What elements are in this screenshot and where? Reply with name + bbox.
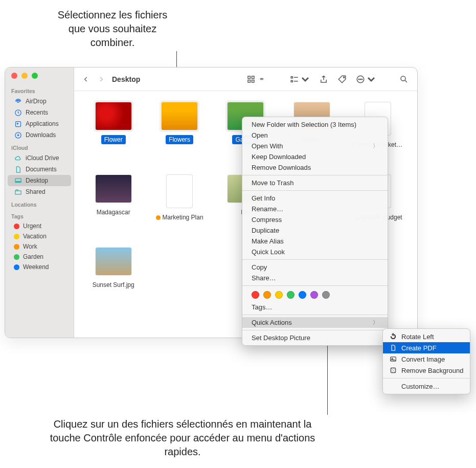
- label: Recents: [26, 109, 48, 116]
- ctx-tag-colors: [242, 288, 388, 302]
- ctx-duplicate[interactable]: Duplicate: [242, 225, 388, 236]
- file-thumbnail: [96, 102, 131, 130]
- file-item[interactable]: Sunset Surf.jpg: [81, 246, 145, 312]
- ctx-share[interactable]: Share…: [242, 273, 388, 283]
- ctx-new-folder[interactable]: New Folder with Selection (3 Items): [242, 119, 388, 130]
- section-favorites: Favorites: [5, 84, 74, 96]
- airdrop-icon: [14, 97, 22, 105]
- svg-rect-8: [248, 80, 251, 82]
- label: Applications: [26, 120, 59, 127]
- file-item[interactable]: Madagascar: [81, 173, 145, 239]
- svg-point-16: [361, 79, 362, 80]
- separator: [383, 378, 470, 378]
- sub-convert-image[interactable]: Convert Image: [383, 353, 470, 365]
- file-item[interactable]: Marketing Plan: [147, 173, 211, 239]
- window-title: Desktop: [112, 75, 140, 83]
- svg-rect-6: [248, 76, 251, 79]
- sidebar-item-downloads[interactable]: Downloads: [8, 129, 71, 141]
- ctx-quick-actions[interactable]: Quick Actions〉: [242, 317, 388, 328]
- rotate-icon: [389, 332, 397, 341]
- tag-color-swatch[interactable]: [263, 291, 271, 299]
- label: Downloads: [26, 131, 56, 139]
- sidebar-tag-vacation[interactable]: Vacation: [8, 231, 71, 241]
- view-icons-button[interactable]: [244, 73, 269, 85]
- svg-rect-10: [291, 76, 292, 78]
- file-item[interactable]: Flower: [81, 100, 145, 167]
- ctx-rename[interactable]: Rename…: [242, 204, 388, 214]
- ctx-set-desktop[interactable]: Set Desktop Picture: [242, 332, 388, 343]
- svg-rect-5: [15, 181, 20, 183]
- sub-rotate-left[interactable]: Rotate Left: [383, 331, 470, 342]
- label: Vacation: [23, 233, 47, 240]
- toolbar: Desktop: [74, 68, 417, 91]
- tag-color-swatch[interactable]: [252, 291, 259, 299]
- ctx-quick-look[interactable]: Quick Look: [242, 247, 388, 257]
- shared-icon: [14, 188, 22, 196]
- downloads-icon: [14, 131, 22, 139]
- file-thumbnail: [96, 175, 131, 203]
- ctx-get-info[interactable]: Get Info: [242, 193, 388, 204]
- zoom-button[interactable]: [32, 73, 38, 79]
- minimize-button[interactable]: [21, 73, 28, 79]
- group-button[interactable]: [287, 73, 312, 85]
- ctx-tags[interactable]: Tags…: [242, 302, 388, 313]
- callout-text-top: Sélectionnez les fichiers que vous souha…: [51, 8, 174, 50]
- section-tags: Tags: [5, 209, 74, 221]
- tag-dot-icon: [14, 224, 19, 229]
- sub-create-pdf[interactable]: Create PDF: [383, 342, 470, 353]
- ctx-open[interactable]: Open: [242, 130, 388, 141]
- ctx-compress[interactable]: Compress: [242, 214, 388, 225]
- forward-button[interactable]: [96, 74, 107, 85]
- ctx-move-to-trash[interactable]: Move to Trash: [242, 177, 388, 188]
- sidebar-tag-weekend[interactable]: Weekend: [8, 262, 71, 272]
- chevron-right-icon: 〉: [373, 319, 378, 326]
- label: Garden: [23, 253, 43, 260]
- sidebar-item-airdrop[interactable]: AirDrop: [8, 96, 71, 107]
- file-label: Sunset Surf.jpg: [89, 280, 138, 289]
- file-item[interactable]: Flowers: [147, 100, 211, 167]
- window-controls: [5, 73, 74, 84]
- remove-bg-icon: [389, 366, 397, 374]
- tag-color-swatch[interactable]: [310, 291, 318, 299]
- sidebar-item-desktop[interactable]: Desktop: [8, 175, 71, 186]
- ctx-remove-downloads[interactable]: Remove Downloads: [242, 162, 388, 173]
- sidebar-tag-garden[interactable]: Garden: [8, 252, 71, 262]
- ctx-open-with[interactable]: Open With〉: [242, 141, 388, 151]
- label: Shared: [26, 188, 46, 195]
- sidebar-item-applications[interactable]: Applications: [8, 118, 71, 129]
- file-label: Marketing Plan: [153, 213, 207, 222]
- close-button[interactable]: [11, 73, 17, 79]
- tag-button[interactable]: [335, 73, 349, 85]
- label: Documents: [26, 166, 57, 173]
- ctx-make-alias[interactable]: Make Alias: [242, 236, 388, 247]
- document-icon: [389, 344, 397, 352]
- tag-color-swatch[interactable]: [299, 291, 306, 299]
- search-button[interactable]: [397, 73, 411, 85]
- svg-rect-7: [252, 76, 255, 79]
- file-label: Flower: [101, 135, 126, 144]
- desktop-icon: [14, 176, 22, 185]
- sidebar-item-recents[interactable]: Recents: [8, 107, 71, 118]
- separator: [242, 315, 388, 315]
- svg-point-17: [401, 76, 405, 81]
- tag-color-swatch[interactable]: [275, 291, 283, 299]
- label: Desktop: [26, 177, 48, 184]
- sidebar-tag-work[interactable]: Work: [8, 241, 71, 252]
- sub-remove-background[interactable]: Remove Background: [383, 365, 470, 376]
- more-button[interactable]: [353, 73, 378, 85]
- label: AirDrop: [26, 98, 47, 105]
- sub-customize[interactable]: Customize…: [383, 381, 470, 392]
- clock-icon: [14, 108, 22, 117]
- tag-color-swatch[interactable]: [322, 291, 330, 299]
- svg-point-15: [360, 79, 361, 80]
- ctx-copy[interactable]: Copy: [242, 262, 388, 273]
- sidebar-tag-urgent[interactable]: Urgent: [8, 221, 71, 231]
- share-button[interactable]: [316, 73, 331, 85]
- sidebar-item-shared[interactable]: Shared: [8, 186, 71, 197]
- ctx-keep-downloaded[interactable]: Keep Downloaded: [242, 151, 388, 162]
- tag-color-swatch[interactable]: [287, 291, 294, 299]
- sidebar-item-documents[interactable]: Documents: [8, 164, 71, 175]
- sidebar-item-icloud-drive[interactable]: iCloud Drive: [8, 152, 71, 164]
- sidebar: Favorites AirDrop Recents Applications D…: [5, 68, 74, 338]
- back-button[interactable]: [80, 74, 92, 85]
